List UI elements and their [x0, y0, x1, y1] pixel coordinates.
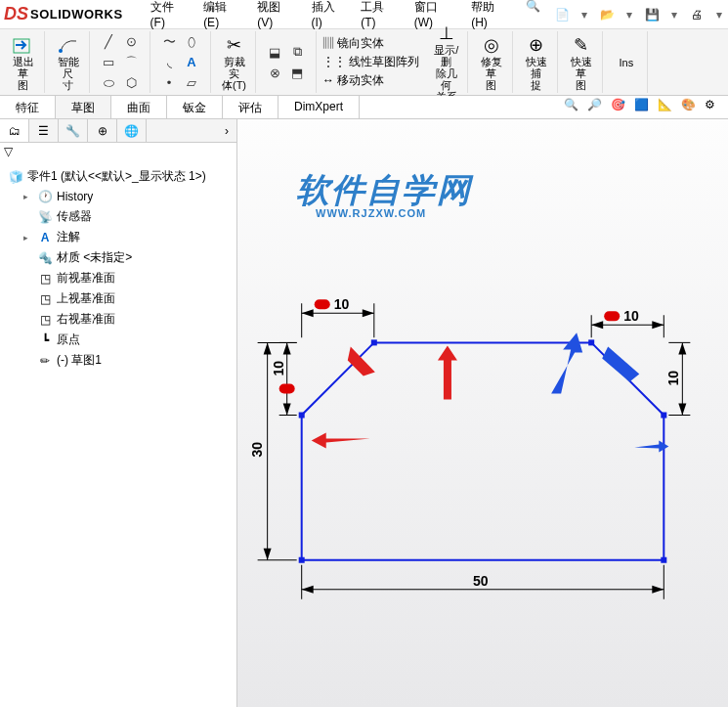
dim-10-tl-v[interactable]: 10: [271, 342, 297, 415]
pattern-icon: ⋮⋮: [322, 55, 346, 68]
menu-edit[interactable]: 编辑(E): [195, 0, 249, 33]
scene-icon[interactable]: 🎨: [681, 98, 701, 117]
line-tool-icon[interactable]: ╱: [100, 33, 117, 51]
smart-dimension-button[interactable]: 智能尺 寸: [47, 31, 90, 93]
print-icon[interactable]: 🖨: [683, 3, 710, 26]
exit-sketch-button[interactable]: 退出草 图: [2, 31, 45, 93]
tree-front-plane[interactable]: ◳ 前视基准面: [4, 268, 233, 288]
convert-icon[interactable]: ⬓: [266, 43, 283, 61]
svg-marker-17: [264, 549, 272, 560]
graphics-viewport[interactable]: 软件自学网 WWW.RJZXW.COM 50: [237, 119, 728, 707]
zoom-fit-icon[interactable]: 🔍: [564, 98, 583, 117]
zoom-area-icon[interactable]: 🔎: [587, 98, 607, 117]
linear-pattern-button[interactable]: ⋮⋮ 线性草图阵列: [322, 54, 419, 70]
move-button[interactable]: ↔ 移动实体: [322, 72, 419, 89]
save-icon[interactable]: 💾: [638, 3, 665, 26]
tab-sheetmetal[interactable]: 钣金: [167, 96, 223, 118]
appearance-icon[interactable]: ⚙: [705, 98, 724, 117]
svg-text:50: 50: [473, 573, 489, 589]
text-tool-icon[interactable]: A: [183, 54, 200, 71]
circle-tool-icon[interactable]: ⊙: [122, 33, 140, 51]
config-tab-icon[interactable]: 🔧: [59, 119, 88, 142]
tree-history[interactable]: ▸ 🕐 History: [4, 187, 233, 206]
menu-view[interactable]: 视图(V): [249, 0, 303, 33]
tree-root[interactable]: 🧊 零件1 (默认<<默认>_显示状态 1>): [4, 166, 233, 187]
tab-dimxpert[interactable]: DimXpert: [278, 96, 360, 118]
svg-marker-44: [678, 342, 686, 354]
arc-tool-icon[interactable]: ⌒: [122, 54, 140, 71]
tab-feature[interactable]: 特征: [0, 96, 56, 118]
ribbon: 退出草 图 智能尺 寸 ╱ ⊙ ▭ ⌒ ⬭ ⬡ 〜 ⬯ ◟ A • ▱ ✂ 剪裁…: [0, 29, 728, 96]
svg-marker-23: [302, 309, 314, 317]
menu-search-icon[interactable]: 🔍: [518, 0, 548, 33]
sketch-profile[interactable]: [302, 342, 664, 559]
open-dropdown[interactable]: ▾: [624, 3, 634, 26]
print-dropdown[interactable]: ▾: [714, 3, 724, 26]
svg-rect-32: [279, 383, 295, 393]
repair-sketch-button[interactable]: ◎ 修复草 图: [470, 31, 513, 93]
exit-sketch-icon: [12, 33, 35, 56]
expand-tabs-icon[interactable]: ›: [217, 119, 236, 142]
new-icon[interactable]: 📄: [548, 3, 576, 26]
trim-button[interactable]: ✂ 剪裁实 体(T): [213, 31, 256, 93]
spline-tool-icon[interactable]: 〜: [160, 33, 178, 51]
menu-tools[interactable]: 工具(T): [353, 0, 407, 33]
dim-10-tl-h[interactable]: 10: [302, 296, 374, 337]
dim-10-tr-h[interactable]: 10: [591, 308, 664, 337]
new-dropdown[interactable]: ▾: [579, 3, 589, 26]
fillet-tool-icon[interactable]: ◟: [160, 54, 178, 71]
intersect-icon[interactable]: ⊗: [266, 64, 283, 81]
display-style-icon[interactable]: 🟦: [634, 98, 654, 117]
mirror-icon: ▥: [322, 36, 334, 50]
svg-marker-12: [652, 586, 664, 594]
mirror-button[interactable]: ▥ 镜向实体: [322, 35, 419, 52]
tab-surface[interactable]: 曲面: [111, 96, 167, 118]
rect-tool-icon[interactable]: ▭: [100, 54, 117, 71]
filter-icon[interactable]: ▽: [4, 145, 13, 158]
quick-sketch-icon: ✎: [574, 33, 588, 56]
section-icon[interactable]: 📐: [658, 98, 677, 117]
display-tab-icon[interactable]: 🌐: [117, 119, 147, 142]
ellipse-tool-icon[interactable]: ⬯: [183, 33, 200, 51]
tree-sketch1[interactable]: ✏ (-) 草图1: [4, 350, 233, 371]
dim-50[interactable]: 50: [302, 565, 664, 599]
property-tab-icon[interactable]: ☰: [29, 119, 59, 142]
open-icon[interactable]: 📂: [593, 3, 621, 26]
offset-icon[interactable]: ⧉: [288, 43, 306, 61]
svg-marker-48: [438, 345, 457, 399]
tab-evaluate[interactable]: 评估: [223, 96, 278, 118]
tab-sketch[interactable]: 草图: [56, 96, 111, 118]
polygon-tool-icon[interactable]: ⬡: [122, 74, 140, 92]
origin-icon: ┗: [37, 332, 53, 348]
tree-material[interactable]: 🔩 材质 <未指定>: [4, 247, 233, 268]
display-relations-button[interactable]: ⊥ 显示/删 除几何 关系: [425, 31, 468, 93]
tree-right-plane[interactable]: ◳ 右视基准面: [4, 309, 233, 330]
view-orient-icon[interactable]: 🎯: [611, 98, 630, 117]
project-icon[interactable]: ⬒: [288, 64, 306, 81]
menu-window[interactable]: 窗口(W): [407, 0, 463, 33]
save-dropdown[interactable]: ▾: [669, 3, 679, 26]
quick-sketch-button[interactable]: ✎ 快速草 图: [560, 31, 603, 93]
tree-sensors[interactable]: 📡 传感器: [4, 206, 233, 227]
tree-origin[interactable]: ┗ 原点: [4, 330, 233, 350]
menu-file[interactable]: 文件(F): [143, 0, 196, 33]
menu-insert[interactable]: 插入(I): [304, 0, 354, 33]
expand-icon[interactable]: ▸: [23, 192, 33, 201]
tree-annotations[interactable]: ▸ A 注解: [4, 227, 233, 247]
svg-marker-11: [302, 586, 314, 594]
plane-tool-icon[interactable]: ▱: [183, 74, 200, 92]
slot-tool-icon[interactable]: ⬭: [100, 74, 117, 92]
dim-10-tr-v[interactable]: 10: [665, 342, 690, 415]
dimxpert-tab-icon[interactable]: ⊕: [88, 119, 117, 142]
point-tool-icon[interactable]: •: [160, 74, 178, 92]
ins-button[interactable]: Ins: [605, 31, 648, 93]
plane-icon: ◳: [37, 271, 53, 287]
menu-help[interactable]: 帮助(H): [463, 0, 518, 33]
svg-text:10: 10: [665, 371, 681, 386]
move-icon: ↔: [322, 73, 334, 87]
quick-snap-button[interactable]: ⊕ 快速捕 捉: [515, 31, 558, 93]
svg-rect-3: [661, 557, 666, 563]
feature-tree-tab-icon[interactable]: 🗂: [0, 119, 29, 142]
expand-icon[interactable]: ▸: [23, 233, 33, 243]
tree-top-plane[interactable]: ◳ 上视基准面: [4, 288, 233, 309]
